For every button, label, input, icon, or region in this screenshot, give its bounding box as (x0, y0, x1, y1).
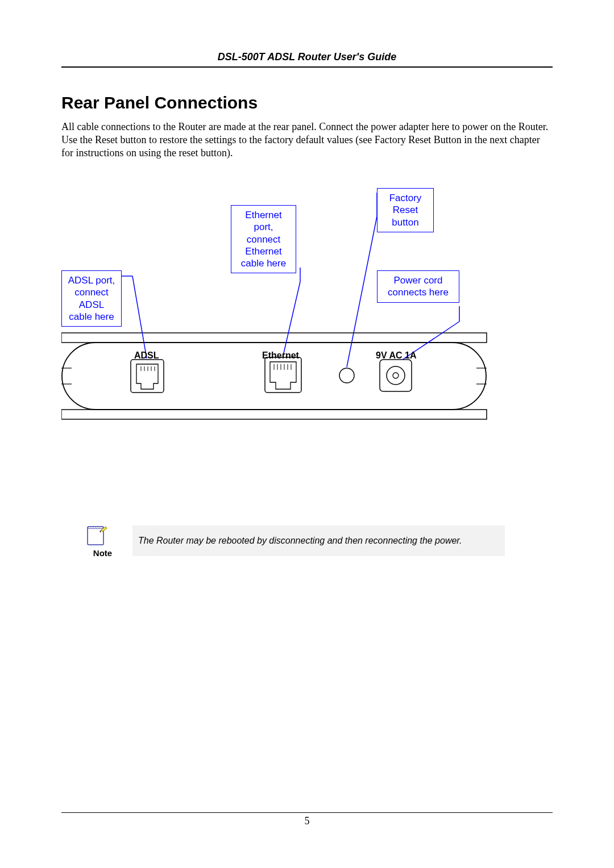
callout-factory-reset: Factory Reset button (377, 188, 434, 232)
svg-rect-0 (61, 333, 487, 343)
rear-panel-diagram: ADSL port, connect ADSL cable here Ether… (61, 182, 553, 466)
svg-rect-1 (61, 410, 487, 419)
notepad-icon (84, 523, 108, 547)
svg-point-19 (339, 368, 354, 383)
callout-ethernet-port: Ethernet port, connect Ethernet cable he… (231, 205, 296, 273)
svg-rect-31 (88, 527, 103, 545)
page-number: 5 (305, 815, 310, 827)
page-footer: 5 (61, 812, 553, 827)
note-text: The Router may be rebooted by disconnect… (132, 525, 505, 556)
callout-adsl-port: ADSL port, connect ADSL cable here (61, 270, 122, 327)
port-label-power: 9V AC 1A (376, 350, 416, 361)
port-label-adsl: ADSL (134, 350, 159, 361)
section-body: All cable connections to the Router are … (61, 120, 553, 160)
port-label-ethernet: Ethernet (262, 350, 299, 361)
page-content: DSL-500T ADSL Router User's Guide Rear P… (61, 51, 553, 558)
document-header: DSL-500T ADSL Router User's Guide (61, 51, 553, 68)
note-box: Note The Router may be rebooted by disco… (84, 523, 505, 558)
note-label: Note (84, 548, 121, 558)
svg-point-22 (393, 373, 399, 378)
section-title: Rear Panel Connections (61, 93, 553, 112)
callout-power-cord: Power cord connects here (377, 270, 459, 303)
router-panel-svg (61, 182, 553, 466)
